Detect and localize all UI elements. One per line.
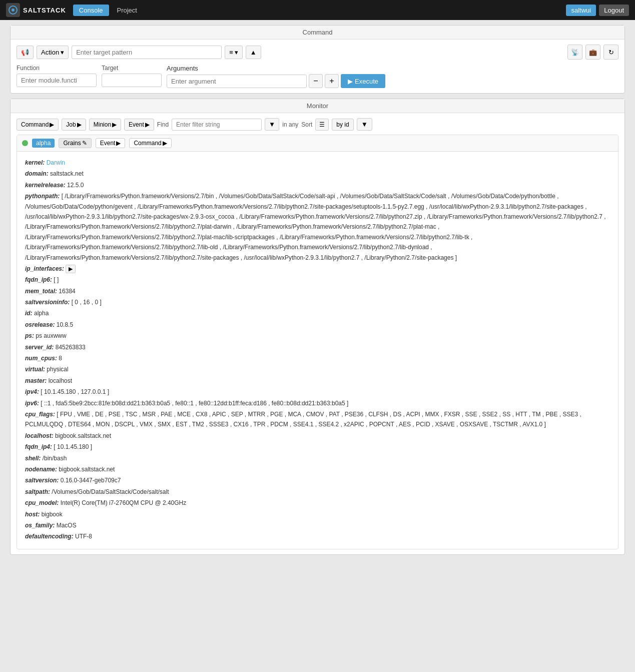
command-monitor-btn[interactable]: Command ▶: [17, 119, 59, 131]
status-dot: [22, 140, 28, 146]
console-nav-btn[interactable]: Console: [73, 5, 109, 16]
event-detail-label: Event: [100, 140, 116, 147]
grain-os-family: os_family: MacOS: [25, 520, 610, 530]
function-target-args-row: Function Target * Arguments − +: [17, 65, 618, 88]
find-label: Find: [157, 121, 169, 128]
grain-kernelrelease: kernelrelease: 12.5.0: [25, 180, 610, 190]
targeting-type-btn[interactable]: ≡ ▾: [225, 46, 243, 59]
sort-down-icon: ▼: [361, 121, 368, 128]
collapse-btn[interactable]: ▲: [246, 46, 261, 59]
nav-right: saltwui Logout: [566, 5, 629, 16]
monitor-panel-body: Command ▶ Job ▶ Minion ▶ Event ▶ Find: [11, 113, 624, 554]
rss-icon-btn[interactable]: 📡: [567, 45, 582, 60]
grain-pythonpath: pythonpath: [ /Library/Frameworks/Python…: [25, 191, 610, 263]
function-group: Function: [17, 65, 97, 87]
job-chevron: ▶: [77, 121, 82, 128]
grains-label: Grains: [63, 140, 81, 147]
grain-shell: shell: /bin/bash: [25, 453, 610, 463]
grain-ipv6: ipv6: [ ::1 , fda5:5be9:2bcc:81fe:b08d:d…: [25, 398, 610, 408]
add-argument-btn[interactable]: +: [325, 74, 339, 88]
project-nav-btn[interactable]: Project: [111, 5, 143, 16]
grain-mem-total: mem_total: 16384: [25, 286, 610, 296]
command-panel: Command 📢 Action ▾ ≡ ▾ ▲: [10, 25, 625, 94]
sort-view-btn[interactable]: ☰: [315, 119, 329, 131]
command-panel-header: Command: [11, 26, 624, 40]
filter-icon: ▼: [269, 121, 275, 128]
grain-saltpath: saltpath: /Volumes/Gob/Data/SaltStack/Co…: [25, 487, 610, 497]
execute-label: Execute: [355, 78, 378, 85]
grain-osrelease: osrelease: 10.8.5: [25, 320, 610, 330]
monitor-panel-header: Monitor: [11, 99, 624, 113]
collapse-icon: ▲: [250, 49, 257, 56]
action-dropdown-btn[interactable]: Action ▾: [37, 46, 69, 59]
target-field-input[interactable]: *: [102, 74, 162, 87]
minion-monitor-btn[interactable]: Minion ▶: [89, 119, 121, 131]
target-pattern-input[interactable]: [72, 46, 222, 59]
command-detail-label: Command: [134, 140, 161, 147]
grain-master: master: localhost: [25, 376, 610, 386]
grain-fqdn-ip6: fqdn_ip6: [ ]: [25, 275, 610, 285]
targeting-arrow: ▾: [235, 49, 238, 56]
target-group: Target *: [102, 65, 162, 87]
play-icon: ▶: [348, 78, 353, 85]
event-detail-btn[interactable]: Event ▶: [96, 138, 126, 148]
filter-input[interactable]: [172, 119, 262, 131]
megaphone-icon-btn[interactable]: 📢: [17, 46, 34, 59]
ip-interfaces-expand-btn[interactable]: ▶: [66, 265, 76, 273]
event-arrow: ▶: [116, 140, 121, 147]
action-dropdown-arrow: ▾: [61, 49, 64, 56]
event-monitor-label: Event: [129, 121, 144, 128]
grain-localhost: localhost: bigbook.saltstack.net: [25, 431, 610, 441]
function-input[interactable]: [17, 74, 97, 87]
command-detail-btn[interactable]: Command ▶: [129, 138, 171, 148]
targeting-icon: ≡: [229, 49, 233, 56]
monitor-panel: Monitor Command ▶ Job ▶ Minion ▶ Event: [10, 99, 625, 555]
argument-input[interactable]: [167, 75, 307, 88]
plus-icon: +: [329, 77, 334, 86]
grain-fqdn-ip4: fqdn_ip4: [ 10.1.45.180 ]: [25, 442, 610, 452]
grain-saltversion: saltversion: 0.16.0-3447-geb709c7: [25, 475, 610, 485]
arguments-row: − + ▶ Execute: [167, 74, 385, 88]
target-label: Target: [102, 65, 162, 72]
grains-content: kernel: Darwin domain: saltstack.net ker…: [17, 152, 618, 549]
execute-button[interactable]: ▶ Execute: [341, 74, 385, 88]
svg-point-1: [12, 9, 15, 12]
refresh-icon-btn[interactable]: ↻: [603, 45, 618, 60]
logout-button[interactable]: Logout: [599, 5, 629, 16]
monitor-toolbar: Command ▶ Job ▶ Minion ▶ Event ▶ Find: [17, 118, 618, 131]
filter-icon-btn[interactable]: ▼: [265, 118, 279, 131]
minion-badge: alpha: [32, 139, 55, 148]
logo: SALTSTACK: [6, 3, 66, 17]
logo-text: SALTSTACK: [23, 7, 66, 14]
by-id-btn[interactable]: by id: [332, 119, 353, 131]
grain-ip-interfaces: ip_interfaces: ▶: [25, 264, 610, 274]
grain-virtual: virtual: physical: [25, 364, 610, 374]
grain-ipv4: ipv4: [ 10.1.45.180 , 127.0.0.1 ]: [25, 387, 610, 397]
grain-server-id: server_id: 845263833: [25, 342, 610, 352]
main-content: Command 📢 Action ▾ ≡ ▾ ▲: [0, 20, 635, 565]
action-label: Action: [41, 49, 59, 56]
remove-argument-btn[interactable]: −: [309, 74, 323, 88]
minion-header: alpha Grains ✎ Event ▶ Command ▶: [17, 135, 618, 152]
arguments-label: Arguments: [167, 65, 385, 72]
grain-num-cpus: num_cpus: 8: [25, 353, 610, 363]
grain-cpu-model: cpu_model: Intel(R) Core(TM) i7-2760QM C…: [25, 498, 610, 508]
jobs-icon-btn[interactable]: 💼: [585, 45, 600, 60]
grains-btn[interactable]: Grains ✎: [59, 138, 91, 148]
command-arrow: ▶: [163, 140, 167, 147]
command-panel-body: 📢 Action ▾ ≡ ▾ ▲ 📡: [11, 40, 624, 93]
minion-detail: alpha Grains ✎ Event ▶ Command ▶: [17, 135, 618, 549]
in-any-label: in any: [282, 121, 298, 128]
command-toolbar: 📢 Action ▾ ≡ ▾ ▲ 📡: [17, 45, 618, 60]
user-button[interactable]: saltwui: [566, 5, 596, 16]
minus-icon: −: [313, 77, 318, 86]
grain-host: host: bigbook: [25, 509, 610, 519]
minion-chevron: ▶: [112, 121, 117, 128]
grain-saltversioninfo: saltversioninfo: [ 0 , 16 , 0 ]: [25, 297, 610, 307]
right-icon-group: 📡 💼 ↻: [567, 45, 618, 60]
grains-cursor: ✎: [82, 140, 87, 147]
sort-direction-btn[interactable]: ▼: [357, 118, 372, 131]
grain-cpu-flags: cpu_flags: [ FPU , VME , DE , PSE , TSC …: [25, 409, 610, 430]
job-monitor-btn[interactable]: Job ▶: [62, 119, 86, 131]
event-monitor-btn[interactable]: Event ▶: [124, 119, 154, 131]
